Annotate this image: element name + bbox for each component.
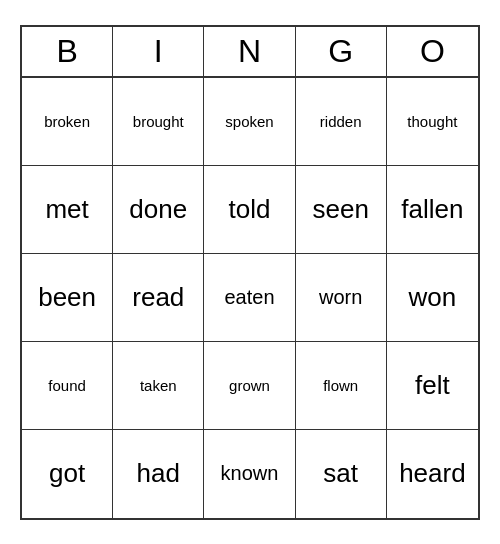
cell-text: spoken bbox=[225, 113, 273, 130]
cell-text: won bbox=[409, 282, 457, 313]
bingo-cell-21: had bbox=[113, 430, 204, 518]
cell-text: taken bbox=[140, 377, 177, 394]
bingo-cell-5: met bbox=[22, 166, 113, 254]
bingo-cell-13: worn bbox=[296, 254, 387, 342]
cell-text: sat bbox=[323, 458, 358, 489]
bingo-cell-24: heard bbox=[387, 430, 478, 518]
bingo-cell-16: taken bbox=[113, 342, 204, 430]
bingo-grid: brokenbroughtspokenriddenthoughtmetdonet… bbox=[22, 78, 478, 518]
cell-text: grown bbox=[229, 377, 270, 394]
bingo-cell-11: read bbox=[113, 254, 204, 342]
cell-text: met bbox=[45, 194, 88, 225]
cell-text: told bbox=[229, 194, 271, 225]
cell-text: got bbox=[49, 458, 85, 489]
cell-text: eaten bbox=[224, 286, 274, 309]
bingo-cell-18: flown bbox=[296, 342, 387, 430]
bingo-cell-12: eaten bbox=[204, 254, 295, 342]
header-letter-b: B bbox=[22, 27, 113, 76]
bingo-cell-23: sat bbox=[296, 430, 387, 518]
cell-text: ridden bbox=[320, 113, 362, 130]
bingo-cell-6: done bbox=[113, 166, 204, 254]
bingo-cell-17: grown bbox=[204, 342, 295, 430]
cell-text: read bbox=[132, 282, 184, 313]
cell-text: thought bbox=[407, 113, 457, 130]
cell-text: heard bbox=[399, 458, 466, 489]
cell-text: been bbox=[38, 282, 96, 313]
bingo-cell-7: told bbox=[204, 166, 295, 254]
bingo-cell-20: got bbox=[22, 430, 113, 518]
cell-text: seen bbox=[313, 194, 369, 225]
cell-text: known bbox=[221, 462, 279, 485]
bingo-cell-0: broken bbox=[22, 78, 113, 166]
cell-text: worn bbox=[319, 286, 362, 309]
cell-text: fallen bbox=[401, 194, 463, 225]
cell-text: had bbox=[137, 458, 180, 489]
bingo-card: BINGO brokenbroughtspokenriddenthoughtme… bbox=[20, 25, 480, 520]
header-letter-g: G bbox=[296, 27, 387, 76]
bingo-header: BINGO bbox=[22, 27, 478, 78]
header-letter-n: N bbox=[204, 27, 295, 76]
cell-text: found bbox=[48, 377, 86, 394]
cell-text: flown bbox=[323, 377, 358, 394]
bingo-cell-1: brought bbox=[113, 78, 204, 166]
bingo-cell-4: thought bbox=[387, 78, 478, 166]
bingo-cell-14: won bbox=[387, 254, 478, 342]
bingo-cell-8: seen bbox=[296, 166, 387, 254]
bingo-cell-2: spoken bbox=[204, 78, 295, 166]
bingo-cell-15: found bbox=[22, 342, 113, 430]
header-letter-i: I bbox=[113, 27, 204, 76]
bingo-cell-10: been bbox=[22, 254, 113, 342]
bingo-cell-22: known bbox=[204, 430, 295, 518]
bingo-cell-9: fallen bbox=[387, 166, 478, 254]
cell-text: broken bbox=[44, 113, 90, 130]
header-letter-o: O bbox=[387, 27, 478, 76]
cell-text: brought bbox=[133, 113, 184, 130]
cell-text: felt bbox=[415, 370, 450, 401]
bingo-cell-19: felt bbox=[387, 342, 478, 430]
cell-text: done bbox=[129, 194, 187, 225]
bingo-cell-3: ridden bbox=[296, 78, 387, 166]
